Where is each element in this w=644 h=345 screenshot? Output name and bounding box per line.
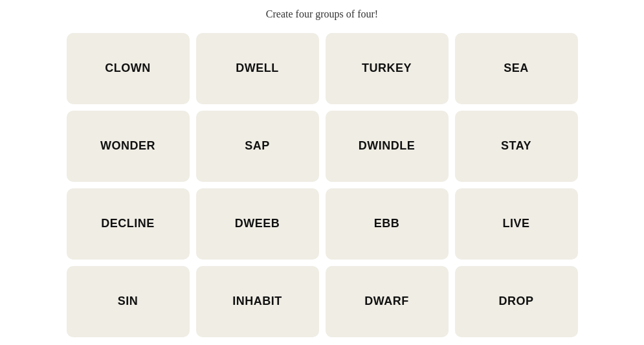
tile-decline[interactable]: DECLINE: [67, 188, 190, 260]
tile-label-sea: SEA: [504, 61, 529, 75]
tile-dwarf[interactable]: DWARF: [326, 266, 449, 337]
tile-label-inhabit: INHABIT: [232, 295, 282, 308]
tile-sap[interactable]: SAP: [196, 111, 319, 182]
tile-dwell[interactable]: DWELL: [196, 33, 319, 104]
tile-label-ebb: EBB: [374, 217, 400, 230]
tile-label-wonder: WONDER: [100, 139, 155, 153]
tile-label-decline: DECLINE: [101, 217, 155, 230]
tile-stay[interactable]: STAY: [455, 111, 578, 182]
tile-label-dwarf: DWARF: [364, 295, 409, 308]
tile-dweeb[interactable]: DWEEB: [196, 188, 319, 260]
word-grid: CLOWNDWELLTURKEYSEAWONDERSAPDWINDLESTAYD…: [67, 33, 578, 337]
tile-ebb[interactable]: EBB: [326, 188, 449, 260]
tile-label-dwell: DWELL: [236, 61, 278, 75]
tile-label-sap: SAP: [245, 139, 270, 153]
tile-wonder[interactable]: WONDER: [67, 111, 190, 182]
tile-clown[interactable]: CLOWN: [67, 33, 190, 104]
tile-inhabit[interactable]: INHABIT: [196, 266, 319, 337]
tile-live[interactable]: LIVE: [455, 188, 578, 260]
tile-dwindle[interactable]: DWINDLE: [326, 111, 449, 182]
tile-drop[interactable]: DROP: [455, 266, 578, 337]
tile-turkey[interactable]: TURKEY: [326, 33, 449, 104]
tile-label-turkey: TURKEY: [362, 61, 412, 75]
tile-label-drop: DROP: [498, 295, 533, 308]
tile-label-live: LIVE: [502, 217, 529, 230]
tile-label-sin: SIN: [118, 295, 139, 308]
tile-label-dwindle: DWINDLE: [359, 139, 416, 153]
tile-sea[interactable]: SEA: [455, 33, 578, 104]
tile-label-dweeb: DWEEB: [235, 217, 280, 230]
tile-label-clown: CLOWN: [105, 61, 150, 75]
page-subtitle: Create four groups of four!: [266, 8, 378, 20]
tile-label-stay: STAY: [501, 139, 531, 153]
tile-sin[interactable]: SIN: [67, 266, 190, 337]
